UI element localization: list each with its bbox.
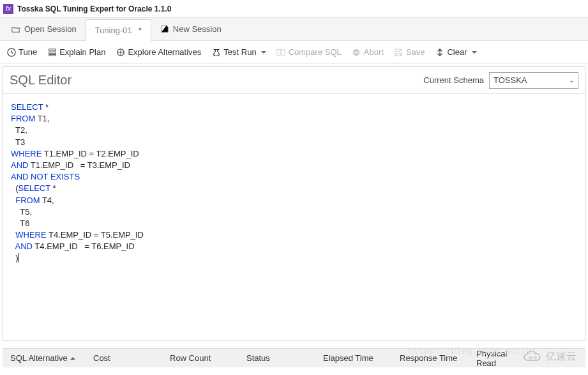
- abort-label: Abort: [364, 47, 384, 57]
- explore-icon: [116, 47, 125, 57]
- tab-new-session-label: New Session: [173, 24, 222, 34]
- tune-label: Tune: [19, 47, 37, 57]
- clear-icon: [435, 47, 444, 57]
- editor-title: SQL Editor: [10, 73, 72, 88]
- chevron-down-icon: [472, 51, 477, 54]
- explain-plan-button[interactable]: Explain Plan: [46, 45, 107, 59]
- tab-tuning[interactable]: Tuning-01 *: [86, 19, 151, 41]
- test-run-label: Test Run: [223, 47, 256, 57]
- tab-new-session[interactable]: New Session: [151, 19, 230, 40]
- sort-asc-icon: [70, 357, 75, 360]
- cloud-icon: [523, 351, 542, 364]
- col-cost[interactable]: Cost: [86, 353, 162, 363]
- save-label: Save: [406, 47, 425, 57]
- svg-rect-3: [49, 54, 56, 56]
- save-icon: [394, 47, 403, 57]
- abort-button: Abort: [351, 45, 385, 59]
- app-title: Tosska SQL Tuning Expert for Oracle 1.1.…: [17, 4, 171, 13]
- tune-icon: [6, 47, 16, 57]
- title-bar: fx Tosska SQL Tuning Expert for Oracle 1…: [0, 0, 588, 18]
- toolbar: Tune Explain Plan Explore Alternatives T…: [0, 41, 588, 64]
- tab-open-session-label: Open Session: [24, 24, 77, 34]
- explain-plan-label: Explain Plan: [59, 47, 105, 57]
- svg-rect-5: [277, 49, 280, 55]
- explain-plan-icon: [47, 47, 57, 57]
- svg-rect-6: [282, 49, 285, 55]
- clear-label: Clear: [447, 47, 467, 57]
- watermark-url: https://blog.csdn.net/bi: [408, 346, 537, 356]
- schema-dropdown[interactable]: TOSSKA ⌄: [489, 72, 578, 89]
- chevron-down-icon: [261, 51, 266, 54]
- test-run-icon: [211, 47, 221, 57]
- chevron-down-icon: ⌄: [569, 77, 574, 84]
- svg-rect-1: [49, 49, 56, 50]
- tab-dirty-indicator: *: [139, 26, 142, 35]
- svg-rect-8: [354, 52, 359, 53]
- compare-sql-button: Compare SQL: [275, 45, 343, 59]
- schema-selector: Current Schema TOSSKA ⌄: [423, 72, 578, 89]
- app-icon: fx: [3, 4, 13, 14]
- new-file-icon: [160, 25, 169, 34]
- schema-value: TOSSKA: [494, 75, 527, 85]
- svg-point-9: [529, 356, 532, 359]
- explore-alternatives-button[interactable]: Explore Alternatives: [114, 45, 202, 59]
- text-cursor: [19, 253, 19, 263]
- tab-strip: Open Session Tuning-01 * New Session: [0, 18, 588, 41]
- explore-alt-label: Explore Alternatives: [128, 47, 201, 57]
- col-status[interactable]: Status: [239, 353, 315, 363]
- tab-open-session[interactable]: Open Session: [3, 19, 86, 40]
- watermark: 亿速云: [523, 350, 577, 364]
- schema-label: Current Schema: [423, 75, 484, 85]
- editor-header: SQL Editor Current Schema TOSSKA ⌄: [3, 67, 585, 94]
- clear-button[interactable]: Clear: [433, 45, 478, 59]
- tab-tuning-label: Tuning-01: [95, 26, 132, 35]
- watermark-text: 亿速云: [546, 350, 577, 364]
- compare-icon: [276, 47, 286, 57]
- sql-code-editor[interactable]: SELECT * FROM T1, T2, T3 WHERE T1.EMP_ID…: [3, 94, 585, 341]
- svg-rect-2: [49, 52, 56, 54]
- compare-sql-label: Compare SQL: [289, 47, 342, 57]
- col-elapsed-time[interactable]: Elapsed Time: [315, 353, 392, 363]
- tune-button[interactable]: Tune: [5, 45, 38, 59]
- abort-icon: [352, 47, 361, 57]
- folder-open-icon: [11, 25, 20, 34]
- save-button: Save: [393, 45, 426, 59]
- col-sql-alternative[interactable]: SQL Alternative: [3, 353, 86, 363]
- svg-point-10: [534, 356, 536, 359]
- test-run-button[interactable]: Test Run: [210, 45, 267, 59]
- editor-panel: SQL Editor Current Schema TOSSKA ⌄ SELEC…: [3, 66, 585, 341]
- col-row-count[interactable]: Row Count: [162, 353, 239, 363]
